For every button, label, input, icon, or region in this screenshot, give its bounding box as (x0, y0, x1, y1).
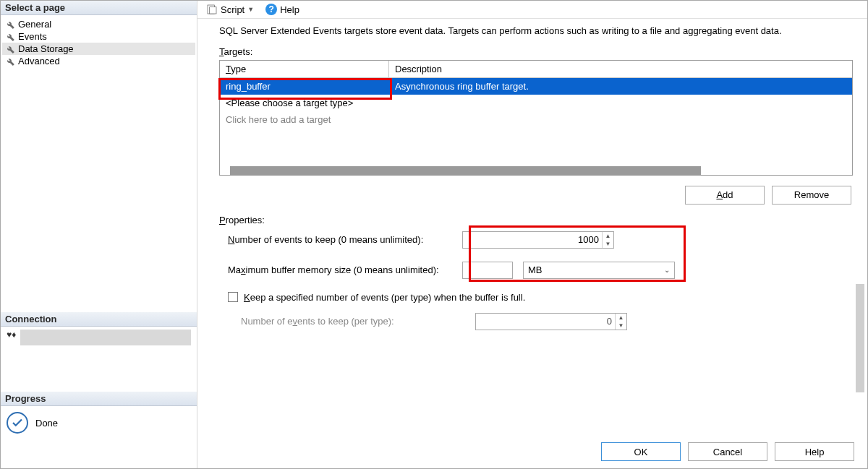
footer-help-button[interactable]: Help (775, 442, 854, 461)
prop-buffer-size: Maximum buffer memory size (0 means unli… (228, 262, 853, 279)
script-icon (206, 4, 218, 15)
sidebar-item-advanced[interactable]: Advanced (2, 55, 195, 67)
toolbar: Script ▼ ? Help (197, 1, 867, 19)
events-value[interactable] (463, 234, 602, 245)
keep-checkbox[interactable] (228, 292, 238, 302)
select-page-header: Select a page (1, 1, 197, 15)
content-area: SQL Server Extended Events targets store… (197, 19, 867, 435)
sidebar-item-events[interactable]: Events (2, 30, 195, 43)
per-type-spinner: ▲▼ (615, 314, 626, 330)
target-row-placeholder[interactable]: <Please choose a target type> (220, 95, 852, 111)
help-label: Help (280, 4, 299, 15)
dialog-window: Select a page General Events Data Storag… (0, 0, 868, 469)
footer-buttons: OK Cancel Help (197, 435, 867, 468)
targets-button-row: Add Remove (219, 186, 851, 205)
buffer-unit: MB (528, 264, 542, 275)
events-input[interactable]: ▲▼ (462, 231, 614, 249)
wrench-icon (5, 20, 15, 30)
table-body: ring_buffer Asynchronous ring buffer tar… (220, 78, 852, 166)
v-scrollbar[interactable] (856, 284, 864, 392)
prop-events-to-keep: Number of events to keep (0 means unlimi… (228, 231, 853, 249)
page-label: General (18, 19, 51, 30)
buffer-unit-select[interactable]: MB ⌄ (523, 262, 675, 279)
h-scrollbar[interactable] (220, 166, 852, 175)
per-type-input: ▲▼ (475, 313, 627, 330)
description-text: SQL Server Extended Events targets store… (219, 25, 853, 38)
sidebar-item-general[interactable]: General (2, 18, 195, 30)
left-panel: Select a page General Events Data Storag… (1, 1, 197, 468)
prop-per-type-count: Number of events to keep (per type): ▲▼ (241, 313, 853, 330)
main-area: Select a page General Events Data Storag… (1, 1, 867, 468)
page-label: Data Storage (18, 43, 74, 54)
script-label: Script (221, 4, 244, 15)
connection-header: Connection (1, 312, 197, 327)
wrench-icon (5, 32, 15, 42)
svg-rect-1 (210, 7, 216, 14)
done-check-icon (7, 412, 28, 434)
buffer-label: Maximum buffer memory size (0 means unli… (228, 264, 452, 275)
cell-type: ring_buffer (220, 78, 389, 95)
cell-placeholder: <Please choose a target type> (220, 95, 389, 111)
wrench-icon (5, 44, 15, 54)
per-type-value (476, 316, 615, 327)
col-type[interactable]: Type (220, 61, 389, 77)
chevron-down-icon: ▼ (247, 6, 254, 13)
progress-status: Done (35, 418, 58, 429)
targets-table: Type Description ring_buffer Asynchronou… (219, 60, 853, 176)
events-label: Number of events to keep (0 means unlimi… (228, 234, 452, 245)
progress-box: Done (1, 406, 197, 439)
server-icon: ♥♦ (7, 330, 16, 340)
right-panel: Script ▼ ? Help SQL Server Extended Even… (197, 1, 867, 468)
keep-label: Keep a specified number of events (per t… (244, 292, 525, 303)
cell-desc: Asynchronous ring buffer target. (389, 78, 852, 95)
col-description[interactable]: Description (389, 61, 852, 77)
help-button[interactable]: ? Help (261, 2, 304, 17)
events-spinner[interactable]: ▲▼ (602, 232, 613, 248)
connection-box: ♥♦ (7, 330, 191, 345)
h-scroll-thumb[interactable] (230, 166, 701, 175)
wrench-icon (5, 56, 15, 66)
per-type-label: Number of events to keep (per type): (241, 316, 465, 327)
cell-hint: Click here to add a target (220, 111, 336, 128)
page-label: Advanced (18, 56, 60, 66)
properties-label: Properties: (219, 215, 853, 225)
properties-section: Properties: Number of events to keep (0 … (219, 215, 853, 343)
sidebar-item-data-storage[interactable]: Data Storage (2, 43, 195, 55)
target-row-hint[interactable]: Click here to add a target (220, 111, 852, 128)
remove-button[interactable]: Remove (772, 186, 851, 205)
chevron-down-icon: ⌄ (664, 266, 670, 274)
target-row-ring-buffer[interactable]: ring_buffer Asynchronous ring buffer tar… (220, 78, 852, 95)
buffer-value-input[interactable] (462, 262, 513, 279)
targets-label: Targets: (219, 46, 853, 57)
progress-header: Progress (1, 392, 197, 406)
cancel-button[interactable]: Cancel (688, 442, 767, 461)
add-button[interactable]: Add (685, 186, 765, 205)
page-label: Events (18, 31, 47, 42)
connection-field (20, 330, 191, 345)
prop-keep-per-type: Keep a specified number of events (per t… (228, 292, 853, 303)
ok-button[interactable]: OK (601, 442, 681, 461)
page-list: General Events Data Storage Advanced (1, 15, 197, 70)
help-icon: ? (265, 4, 277, 15)
script-button[interactable]: Script ▼ (202, 2, 258, 17)
table-header: Type Description (220, 61, 852, 78)
